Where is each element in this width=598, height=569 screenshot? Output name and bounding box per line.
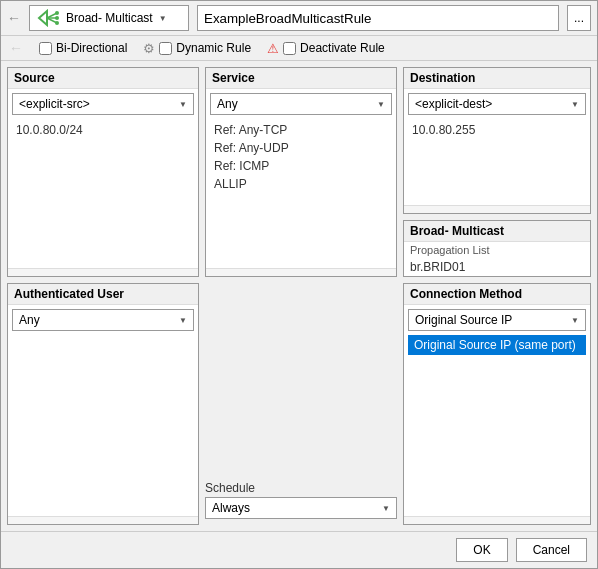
destination-label: Destination xyxy=(404,68,590,89)
title-bar: ← Broad- Multicast ▼ ... xyxy=(1,1,597,36)
destination-dropdown[interactable]: <explicit-dest> ▼ xyxy=(408,93,586,115)
svg-point-5 xyxy=(55,16,59,20)
schedule-value: Always xyxy=(212,501,250,515)
list-item xyxy=(12,151,194,155)
connection-option-selected[interactable]: Original Source IP (same port) xyxy=(408,335,586,355)
multicast-icon xyxy=(36,9,60,27)
more-button[interactable]: ... xyxy=(567,5,591,31)
deactivate-label: Deactivate Rule xyxy=(300,41,385,55)
list-item: ALLIP xyxy=(210,175,392,193)
connection-panel: Connection Method Original Source IP ▼ O… xyxy=(403,283,591,525)
rule-type-label: Broad- Multicast xyxy=(66,11,153,25)
auth-list xyxy=(8,335,198,516)
list-item: Ref: Any-TCP xyxy=(210,121,392,139)
rule-type-arrow: ▼ xyxy=(159,14,167,23)
cancel-button[interactable]: Cancel xyxy=(516,538,587,562)
service-panel: Service Any ▼ Ref: Any-TCP Ref: Any-UDP … xyxy=(205,67,397,277)
service-scrollbar[interactable] xyxy=(206,268,396,276)
broadcast-header: Broad- Multicast xyxy=(404,221,590,242)
list-item xyxy=(408,143,586,147)
source-list: 10.0.80.0/24 xyxy=(8,119,198,268)
destination-area: Destination <explicit-dest> ▼ 10.0.80.25… xyxy=(403,67,591,277)
auth-panel: Authenticated User Any ▼ xyxy=(7,283,199,525)
destination-panel: Destination <explicit-dest> ▼ 10.0.80.25… xyxy=(403,67,591,214)
source-label: Source xyxy=(8,68,198,89)
deactivate-icon: ⚠ xyxy=(267,41,279,56)
connection-label: Connection Method xyxy=(404,284,590,305)
bidirectional-item: Bi-Directional xyxy=(39,41,127,55)
dynamic-icon: ⚙ xyxy=(143,41,155,56)
footer: OK Cancel xyxy=(1,531,597,568)
dynamic-rule-item: ⚙ Dynamic Rule xyxy=(143,41,251,56)
source-scrollbar[interactable] xyxy=(8,268,198,276)
connection-dropdown-arrow: ▼ xyxy=(571,316,579,325)
ok-button[interactable]: OK xyxy=(456,538,507,562)
broadcast-value: br.BRID01 xyxy=(404,258,590,276)
connection-list xyxy=(404,355,590,516)
destination-scrollbar[interactable] xyxy=(404,205,590,213)
svg-point-4 xyxy=(55,11,59,15)
auth-scrollbar[interactable] xyxy=(8,516,198,524)
list-item xyxy=(210,193,392,197)
destination-dropdown-value: <explicit-dest> xyxy=(415,97,492,111)
back-icon[interactable]: ← xyxy=(7,10,21,26)
top-row: Source <explicit-src> ▼ 10.0.80.0/24 Ser… xyxy=(7,67,591,277)
rule-name-input[interactable] xyxy=(197,5,559,31)
broadcast-sub-label: Propagation List xyxy=(404,242,590,258)
service-label: Service xyxy=(206,68,396,89)
list-item xyxy=(408,361,586,365)
source-dropdown-value: <explicit-src> xyxy=(19,97,90,111)
auth-dropdown[interactable]: Any ▼ xyxy=(12,309,194,331)
source-dropdown-arrow: ▼ xyxy=(179,100,187,109)
svg-marker-0 xyxy=(39,11,47,25)
broadcast-panel: Broad- Multicast Propagation List br.BRI… xyxy=(403,220,591,277)
dialog: ← Broad- Multicast ▼ ... ← xyxy=(0,0,598,569)
list-item xyxy=(12,353,194,357)
schedule-dropdown[interactable]: Always ▼ xyxy=(205,497,397,519)
deactivate-item: ⚠ Deactivate Rule xyxy=(267,41,385,56)
connection-scrollbar[interactable] xyxy=(404,516,590,524)
bidirectional-checkbox[interactable] xyxy=(39,42,52,55)
list-item: 10.0.80.0/24 xyxy=(12,121,194,139)
back-toolbar-item: ← xyxy=(9,40,23,56)
auth-label: Authenticated User xyxy=(8,284,198,305)
service-list: Ref: Any-TCP Ref: Any-UDP Ref: ICMP ALLI… xyxy=(206,119,396,268)
destination-list: 10.0.80.255 xyxy=(404,119,590,205)
deactivate-checkbox[interactable] xyxy=(283,42,296,55)
rule-type-select[interactable]: Broad- Multicast ▼ xyxy=(29,5,189,31)
dynamic-label: Dynamic Rule xyxy=(176,41,251,55)
bidirectional-label: Bi-Directional xyxy=(56,41,127,55)
source-dropdown[interactable]: <explicit-src> ▼ xyxy=(12,93,194,115)
back-toolbar-icon[interactable]: ← xyxy=(9,40,23,56)
toolbar: ← Bi-Directional ⚙ Dynamic Rule ⚠ Deacti… xyxy=(1,36,597,61)
auth-dropdown-value: Any xyxy=(19,313,40,327)
list-item: 10.0.80.255 xyxy=(408,121,586,139)
service-dropdown-arrow: ▼ xyxy=(377,100,385,109)
schedule-label: Schedule xyxy=(205,479,397,497)
source-panel: Source <explicit-src> ▼ 10.0.80.0/24 xyxy=(7,67,199,277)
auth-dropdown-arrow: ▼ xyxy=(179,316,187,325)
svg-point-6 xyxy=(55,21,59,25)
list-item: Ref: ICMP xyxy=(210,157,392,175)
connection-dropdown-value: Original Source IP xyxy=(415,313,512,327)
schedule-section: Schedule Always ▼ xyxy=(205,283,397,525)
dynamic-checkbox[interactable] xyxy=(159,42,172,55)
content-area: Source <explicit-src> ▼ 10.0.80.0/24 Ser… xyxy=(1,61,597,531)
destination-dropdown-arrow: ▼ xyxy=(571,100,579,109)
bottom-row: Authenticated User Any ▼ Schedule xyxy=(7,283,591,525)
service-dropdown[interactable]: Any ▼ xyxy=(210,93,392,115)
schedule-dropdown-arrow: ▼ xyxy=(382,504,390,513)
connection-dropdown[interactable]: Original Source IP ▼ xyxy=(408,309,586,331)
list-item: Ref: Any-UDP xyxy=(210,139,392,157)
service-dropdown-value: Any xyxy=(217,97,238,111)
